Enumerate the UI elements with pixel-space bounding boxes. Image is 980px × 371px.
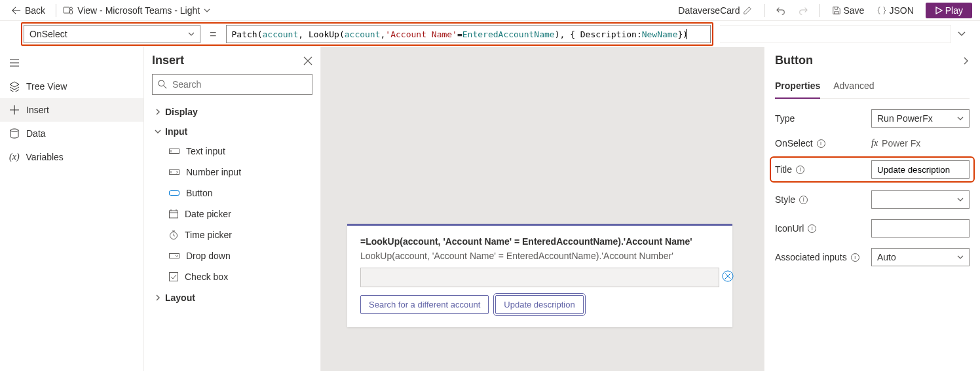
toolbar-separator [56,4,56,17]
insert-item-time-picker[interactable]: Time picker [169,224,312,245]
formula-seg: , LookUp( [298,29,344,39]
tab-properties[interactable]: Properties [775,77,820,99]
svg-rect-8 [170,211,178,218]
prop-assoc-value: Auto [877,252,896,262]
prop-style-select[interactable] [871,190,970,209]
insert-item-drop-down[interactable]: Drop down [169,245,312,266]
equals-sign: = [207,27,219,41]
plus-icon [9,105,20,115]
nav-hamburger[interactable] [0,51,143,75]
prop-assoc-select[interactable]: Auto [871,248,970,266]
prop-onselect-value: Power Fx [882,138,920,149]
nav-label: Variables [26,152,64,162]
nav-data[interactable]: Data [0,122,143,145]
insert-item-number-input[interactable]: Number input [169,162,312,183]
insert-title: Insert [152,54,184,67]
card-name-edit[interactable]: DataverseCard [673,3,757,18]
info-icon[interactable]: i [799,196,808,204]
insert-item-check-box[interactable]: Check box [169,266,312,287]
insert-item-button[interactable]: Button [169,183,312,203]
card-name-label: DataverseCard [678,5,740,16]
layers-icon [9,81,20,92]
view-label: View - Microsoft Teams - Light [77,5,200,16]
info-icon[interactable]: i [808,224,816,233]
info-icon[interactable]: i [796,166,804,174]
calendar-icon [169,209,178,219]
group-input[interactable]: Input [152,122,312,141]
chevron-down-icon [188,31,195,37]
pencil-icon [743,6,752,15]
insert-item-text-input[interactable]: Text input [169,141,312,162]
svg-rect-2 [70,10,73,14]
nav-insert[interactable]: Insert [0,98,143,122]
insert-item-date-picker[interactable]: Date picker [169,203,312,224]
json-label: JSON [889,5,913,16]
undo-button[interactable] [771,3,791,18]
insert-item-label: Text input [186,146,225,156]
formula-seg: NewName [642,29,678,39]
prop-onselect-label: OnSelect [775,138,813,149]
formula-input[interactable]: Patch(account, LookUp(account, 'Account … [226,25,711,43]
formula-seg: Patch [232,29,257,39]
view-selector[interactable]: View - Microsoft Teams - Light [63,5,210,16]
dropdown-icon [169,252,179,260]
teams-icon [63,5,73,16]
prop-iconurl-input[interactable] [871,219,970,238]
chevron-down-icon [155,128,161,135]
preview-card: =LookUp(account, 'Account Name' = Entere… [347,224,732,327]
search-icon [158,80,167,89]
variable-icon: (x) [9,152,20,162]
play-label: Play [945,5,963,16]
text-cursor [686,29,687,39]
group-layout[interactable]: Layout [152,289,312,307]
chevron-down-icon [204,7,210,14]
prop-type-value: Run PowerFx [877,113,933,124]
back-button[interactable]: Back [8,4,49,17]
text-input-icon [169,147,179,155]
card-text-field[interactable] [360,268,719,287]
chevron-down-icon [957,254,964,260]
prop-type-select[interactable]: Run PowerFx [871,109,970,128]
canvas[interactable]: =LookUp(account, 'Account Name' = Entere… [321,47,764,371]
nav-label: Data [26,128,46,139]
play-button[interactable]: Play [926,3,972,18]
card-heading: =LookUp(account, 'Account Name' = Entere… [360,236,719,247]
insert-item-label: Time picker [185,230,232,240]
formula-expand-button[interactable] [951,29,972,39]
search-box[interactable] [152,74,312,95]
json-button[interactable]: JSON [872,3,918,18]
prop-type-label: Type [775,113,795,124]
svg-point-4 [159,80,164,86]
nav-variables[interactable]: (x) Variables [0,145,143,169]
chevron-down-icon [958,29,966,37]
database-icon [9,128,20,139]
nav-tree-view[interactable]: Tree View [0,75,143,98]
card-subheading: LookUp(account, 'Account Name' = Entered… [360,251,719,261]
clear-icon[interactable] [722,270,734,284]
hamburger-icon [9,58,20,68]
save-button[interactable]: Save [827,3,870,18]
chevron-down-icon [957,196,964,203]
formula-seg: ( [257,29,263,39]
close-icon[interactable] [303,56,312,65]
property-selector[interactable]: OnSelect [24,25,200,43]
prop-title-input[interactable] [871,160,970,179]
card-button-search[interactable]: Search for a different account [360,295,489,314]
info-icon[interactable]: i [817,139,825,148]
toolbar-separator [764,4,764,17]
redo-button[interactable] [793,3,813,18]
tab-advanced[interactable]: Advanced [833,77,874,98]
prop-assoc-label: Associated inputs [775,252,847,262]
svg-point-3 [10,129,18,132]
card-button-update[interactable]: Update description [495,295,583,314]
group-label: Input [165,126,187,137]
insert-item-label: Number input [186,167,241,177]
number-input-icon [169,168,179,176]
svg-rect-7 [170,191,179,196]
group-display[interactable]: Display [152,103,312,121]
info-icon[interactable]: i [851,253,859,262]
formula-seg: ), { Description: [555,29,642,39]
search-input[interactable] [172,79,307,90]
property-selector-label: OnSelect [29,29,67,39]
chevron-right-icon[interactable] [962,57,970,65]
